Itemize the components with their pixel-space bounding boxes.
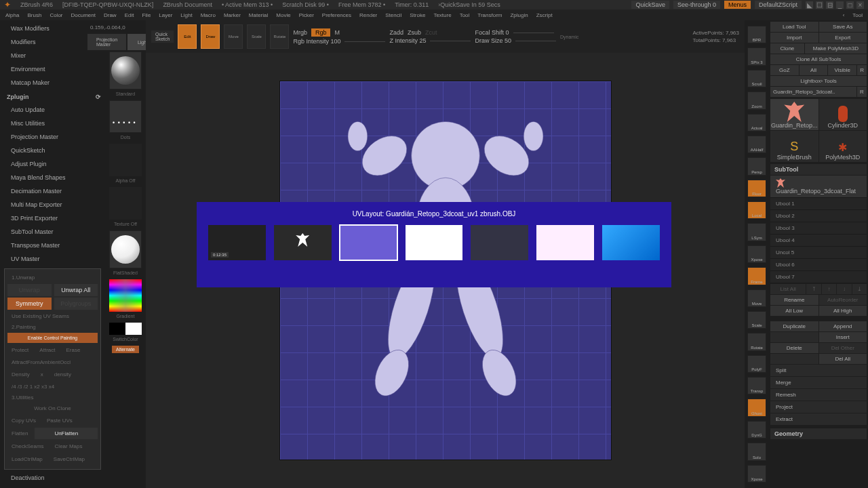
insert-button[interactable]: Insert — [819, 332, 867, 342]
dock-ghost[interactable]: Ghost — [747, 399, 766, 416]
rgb-intensity-slider[interactable]: Rgb Intensity 100 — [293, 38, 340, 45]
menu-tool[interactable]: Tool — [460, 12, 470, 18]
menu-texture[interactable]: Texture — [433, 12, 451, 18]
dock-xpose[interactable]: Xpose — [747, 465, 766, 483]
menu-macro[interactable]: Macro — [201, 12, 216, 18]
protect-button[interactable]: Protect — [7, 345, 33, 355]
geometry-header[interactable]: Geometry — [770, 428, 867, 439]
attract-button[interactable]: Attract — [35, 345, 59, 355]
dock-actual[interactable]: Actual — [747, 114, 766, 131]
work-on-clone[interactable]: Work On Clone — [7, 403, 98, 413]
subtool-item[interactable]: Ubool 3 — [770, 222, 867, 235]
section-project[interactable]: Project — [770, 401, 867, 413]
subtool-item[interactable]: Ubool 4 — [770, 235, 867, 247]
collapse-icon[interactable]: ‹ — [843, 12, 845, 18]
menu-edit[interactable]: Edit — [125, 12, 134, 18]
save-ctrl-map[interactable]: SaveCtrlMap — [50, 454, 89, 464]
scale-mode-button[interactable]: Scale — [247, 24, 266, 49]
menu-material[interactable]: Material — [249, 12, 268, 18]
all-low-button[interactable]: All Low — [770, 306, 818, 316]
left-opt[interactable]: Mixer — [4, 50, 101, 61]
menu-alpha[interactable]: Alpha — [5, 12, 19, 18]
list-all-button[interactable]: List All — [770, 284, 806, 294]
menu-document[interactable]: Document — [71, 12, 96, 18]
zplugin-header[interactable]: Zplugin⟳ — [4, 91, 101, 102]
erase-button[interactable]: Erase — [62, 345, 84, 355]
dock-xpose[interactable]: Xpose — [747, 245, 766, 263]
switcher-thumb-selected[interactable] — [339, 224, 398, 261]
menu-light[interactable]: Light — [180, 12, 192, 18]
mrgb-button[interactable]: Mrgb — [293, 29, 307, 36]
plugin-opt[interactable]: Projection Master — [4, 131, 101, 142]
append-button[interactable]: Append — [819, 321, 867, 331]
dock-move[interactable]: Move — [747, 289, 766, 307]
arrow-down[interactable]: ↓ — [837, 284, 851, 294]
switcher-thumb-7[interactable] — [601, 224, 660, 261]
load-ctrl-map[interactable]: LoadCtrlMap — [7, 454, 47, 464]
duplicate-button[interactable]: Duplicate — [770, 321, 818, 331]
subtool-item[interactable]: Uncol 5 — [770, 247, 867, 259]
autoreorder-button[interactable]: AutoReorder — [819, 295, 867, 305]
density-multipliers[interactable]: /4 /3 /2 1 x2 x3 x4 — [7, 382, 98, 392]
win-btn-2[interactable]: ☐ — [816, 1, 823, 9]
load-tool-button[interactable]: Load Tool — [770, 22, 818, 32]
plugin-opt[interactable]: SubTool Master — [4, 226, 101, 237]
lightbox-tools[interactable]: Lightbox› Tools — [770, 76, 867, 86]
focal-shift-slider[interactable]: Focal Shift 0 — [475, 29, 509, 36]
arrow-bottom[interactable]: ⤓ — [852, 284, 867, 294]
dynamic-toggle[interactable]: Dynamic — [560, 35, 578, 39]
color-swatches[interactable] — [109, 323, 142, 335]
color-picker[interactable] — [109, 279, 142, 312]
section-merge[interactable]: Merge — [770, 377, 867, 388]
delete-button[interactable]: Delete — [770, 343, 818, 353]
quicksave-button[interactable]: QuickSave — [631, 1, 669, 9]
make-polymesh-button[interactable]: Make PolyMesh3D — [805, 43, 867, 54]
plugin-opt[interactable]: Adjust Plugin — [4, 159, 101, 169]
menu-zplugin[interactable]: Zplugin — [510, 12, 528, 18]
switcher-thumb-1[interactable]: 0:12:35 — [208, 224, 267, 261]
flatten-button[interactable]: Flatten — [7, 428, 32, 439]
dock-scale[interactable]: Scale — [747, 311, 766, 329]
menu-zscript[interactable]: Zscript — [536, 12, 553, 18]
quick-sketch-button[interactable]: Quick Sketch — [151, 30, 174, 43]
tool-thumb-main[interactable]: Guardin_Retop... — [770, 99, 818, 130]
dock-solo[interactable]: Solo — [747, 443, 766, 460]
plugin-opt[interactable]: Decimation Master — [4, 186, 101, 197]
texture-swatch[interactable] — [109, 187, 142, 220]
plugin-opt[interactable]: Transpose Master — [4, 240, 101, 251]
unwrap-all-button[interactable]: Unwrap All — [54, 284, 98, 296]
dock-zoom[interactable]: Zoom — [747, 92, 766, 109]
tool-thumb-cylinder[interactable]: Cylinder3D — [819, 99, 867, 130]
plugin-opt[interactable]: UV Master — [4, 253, 101, 264]
plugin-opt[interactable]: QuickSketch — [4, 145, 101, 156]
polygroups-toggle[interactable]: Polygroups — [54, 298, 98, 310]
rename-button[interactable]: Rename — [770, 295, 818, 305]
dock-floor[interactable]: Floor — [747, 180, 766, 197]
import-button[interactable]: Import — [770, 33, 818, 43]
goz-all[interactable]: All — [800, 65, 828, 75]
menu-stroke[interactable]: Stroke — [410, 12, 425, 18]
section-extract[interactable]: Extract — [770, 413, 867, 425]
dock-spix3[interactable]: SPix 3 — [747, 47, 766, 65]
switcher-thumb-6[interactable] — [536, 224, 595, 261]
rgb-button[interactable]: Rgb — [311, 28, 331, 37]
rotate-mode-button[interactable]: Rotate — [270, 24, 289, 49]
del-other-button[interactable]: Del Other — [819, 343, 867, 353]
clear-maps[interactable]: Clear Maps — [51, 441, 87, 451]
dock-aahalf[interactable]: AAHalf — [747, 136, 766, 153]
switcher-thumb-4[interactable] — [405, 224, 464, 261]
subtool-item[interactable]: Ubool 7 — [770, 271, 867, 283]
menus-button[interactable]: Menus — [724, 1, 751, 9]
dock-dyng[interactable]: DynG — [747, 421, 766, 439]
zadd-button[interactable]: Zadd — [389, 29, 403, 36]
edit-mode-button[interactable]: Edit — [178, 24, 197, 49]
check-seams[interactable]: CheckSeams — [7, 441, 48, 451]
draw-size-slider[interactable]: Draw Size 50 — [475, 37, 511, 44]
gradient-label[interactable]: Gradient — [117, 313, 135, 321]
save-as-button[interactable]: Save As — [819, 22, 867, 32]
menu-movie[interactable]: Movie — [276, 12, 290, 18]
dock-local[interactable]: Local — [747, 201, 766, 219]
subtool-item[interactable]: Ubool 1 — [770, 198, 867, 210]
unwrap-button[interactable]: Unwrap — [7, 284, 52, 296]
app-menu-icon[interactable]: ✦ — [4, 0, 11, 9]
